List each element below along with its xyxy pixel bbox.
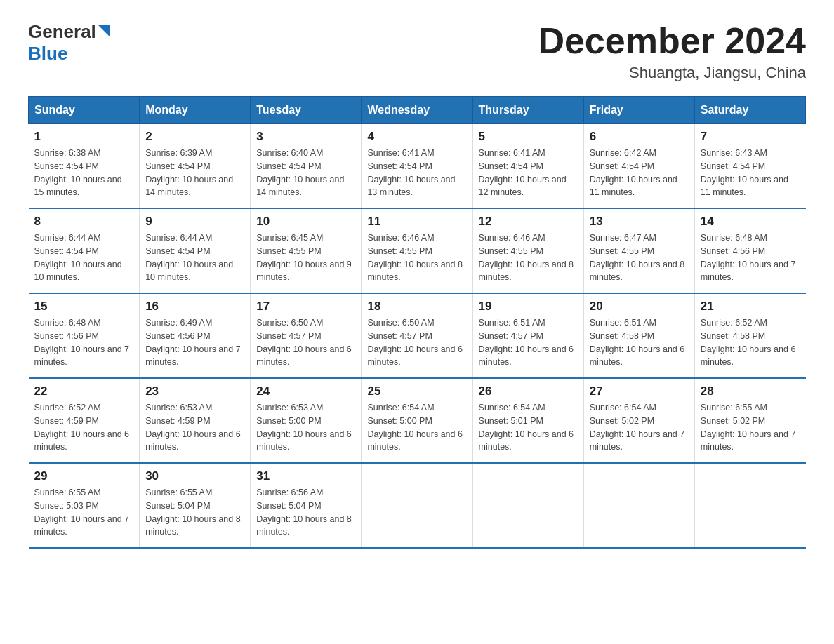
location-subtitle: Shuangta, Jiangsu, China xyxy=(538,64,806,82)
page-header: General Blue December 2024 Shuangta, Jia… xyxy=(28,21,806,82)
table-row: 25 Sunrise: 6:54 AM Sunset: 5:00 PM Dayl… xyxy=(362,378,472,463)
day-info: Sunrise: 6:47 AM Sunset: 4:55 PM Dayligh… xyxy=(590,232,689,284)
day-number: 28 xyxy=(701,384,800,398)
day-info: Sunrise: 6:46 AM Sunset: 4:55 PM Dayligh… xyxy=(367,232,466,284)
day-number: 4 xyxy=(367,130,466,144)
table-row: 3 Sunrise: 6:40 AM Sunset: 4:54 PM Dayli… xyxy=(251,124,362,209)
calendar-week-row: 22 Sunrise: 6:52 AM Sunset: 4:59 PM Dayl… xyxy=(29,378,806,463)
day-info: Sunrise: 6:54 AM Sunset: 5:01 PM Dayligh… xyxy=(479,401,578,454)
table-row: 23 Sunrise: 6:53 AM Sunset: 4:59 PM Dayl… xyxy=(140,378,251,463)
day-number: 2 xyxy=(145,130,244,144)
day-info: Sunrise: 6:46 AM Sunset: 4:55 PM Dayligh… xyxy=(479,232,578,284)
day-info: Sunrise: 6:41 AM Sunset: 4:54 PM Dayligh… xyxy=(367,147,466,199)
table-row: 7 Sunrise: 6:43 AM Sunset: 4:54 PM Dayli… xyxy=(694,124,805,209)
table-row: 9 Sunrise: 6:44 AM Sunset: 4:54 PM Dayli… xyxy=(140,208,251,293)
svg-marker-0 xyxy=(98,25,110,37)
day-number: 13 xyxy=(590,215,689,229)
table-row: 21 Sunrise: 6:52 AM Sunset: 4:58 PM Dayl… xyxy=(694,293,805,378)
day-info: Sunrise: 6:38 AM Sunset: 4:54 PM Dayligh… xyxy=(34,147,134,199)
day-info: Sunrise: 6:40 AM Sunset: 4:54 PM Dayligh… xyxy=(256,147,355,199)
day-number: 12 xyxy=(479,215,578,229)
day-info: Sunrise: 6:55 AM Sunset: 5:02 PM Dayligh… xyxy=(701,401,800,454)
calendar-week-row: 1 Sunrise: 6:38 AM Sunset: 4:54 PM Dayli… xyxy=(29,124,806,209)
table-row: 31 Sunrise: 6:56 AM Sunset: 5:04 PM Dayl… xyxy=(251,463,362,548)
table-row xyxy=(362,463,472,548)
day-number: 9 xyxy=(145,215,244,229)
day-number: 23 xyxy=(145,384,244,398)
day-info: Sunrise: 6:41 AM Sunset: 4:54 PM Dayligh… xyxy=(479,147,578,199)
day-info: Sunrise: 6:48 AM Sunset: 4:56 PM Dayligh… xyxy=(701,232,800,284)
table-row: 6 Sunrise: 6:42 AM Sunset: 4:54 PM Dayli… xyxy=(583,124,694,209)
day-info: Sunrise: 6:50 AM Sunset: 4:57 PM Dayligh… xyxy=(367,316,466,369)
day-number: 8 xyxy=(34,215,134,229)
day-number: 22 xyxy=(34,384,134,398)
day-info: Sunrise: 6:54 AM Sunset: 5:00 PM Dayligh… xyxy=(367,401,466,454)
day-info: Sunrise: 6:53 AM Sunset: 5:00 PM Dayligh… xyxy=(256,401,355,454)
table-row: 11 Sunrise: 6:46 AM Sunset: 4:55 PM Dayl… xyxy=(362,208,472,293)
day-info: Sunrise: 6:48 AM Sunset: 4:56 PM Dayligh… xyxy=(34,316,134,369)
day-info: Sunrise: 6:53 AM Sunset: 4:59 PM Dayligh… xyxy=(145,401,244,454)
day-info: Sunrise: 6:49 AM Sunset: 4:56 PM Dayligh… xyxy=(145,316,244,369)
header-tuesday: Tuesday xyxy=(251,97,362,124)
day-info: Sunrise: 6:51 AM Sunset: 4:58 PM Dayligh… xyxy=(590,316,689,369)
day-info: Sunrise: 6:50 AM Sunset: 4:57 PM Dayligh… xyxy=(256,316,355,369)
calendar-header-row: Sunday Monday Tuesday Wednesday Thursday… xyxy=(29,97,806,124)
day-number: 25 xyxy=(367,384,466,398)
day-info: Sunrise: 6:45 AM Sunset: 4:55 PM Dayligh… xyxy=(256,232,355,284)
day-number: 27 xyxy=(590,384,689,398)
day-number: 7 xyxy=(701,130,800,144)
day-info: Sunrise: 6:43 AM Sunset: 4:54 PM Dayligh… xyxy=(701,147,800,199)
day-number: 11 xyxy=(367,215,466,229)
table-row: 15 Sunrise: 6:48 AM Sunset: 4:56 PM Dayl… xyxy=(29,293,140,378)
table-row xyxy=(694,463,805,548)
calendar-table: Sunday Monday Tuesday Wednesday Thursday… xyxy=(28,96,806,549)
logo: General Blue xyxy=(28,21,110,65)
day-info: Sunrise: 6:44 AM Sunset: 4:54 PM Dayligh… xyxy=(34,232,134,284)
day-number: 17 xyxy=(256,300,355,314)
table-row: 13 Sunrise: 6:47 AM Sunset: 4:55 PM Dayl… xyxy=(583,208,694,293)
day-info: Sunrise: 6:39 AM Sunset: 4:54 PM Dayligh… xyxy=(145,147,244,199)
day-number: 15 xyxy=(34,300,134,314)
day-number: 18 xyxy=(367,300,466,314)
day-number: 1 xyxy=(34,130,134,144)
table-row: 16 Sunrise: 6:49 AM Sunset: 4:56 PM Dayl… xyxy=(140,293,251,378)
table-row: 1 Sunrise: 6:38 AM Sunset: 4:54 PM Dayli… xyxy=(29,124,140,209)
day-number: 26 xyxy=(479,384,578,398)
table-row: 8 Sunrise: 6:44 AM Sunset: 4:54 PM Dayli… xyxy=(29,208,140,293)
day-info: Sunrise: 6:51 AM Sunset: 4:57 PM Dayligh… xyxy=(479,316,578,369)
logo-general-text: General xyxy=(28,21,96,43)
day-number: 3 xyxy=(256,130,355,144)
table-row xyxy=(583,463,694,548)
table-row: 18 Sunrise: 6:50 AM Sunset: 4:57 PM Dayl… xyxy=(362,293,472,378)
calendar-week-row: 15 Sunrise: 6:48 AM Sunset: 4:56 PM Dayl… xyxy=(29,293,806,378)
table-row: 26 Sunrise: 6:54 AM Sunset: 5:01 PM Dayl… xyxy=(472,378,583,463)
table-row: 10 Sunrise: 6:45 AM Sunset: 4:55 PM Dayl… xyxy=(251,208,362,293)
day-number: 20 xyxy=(590,300,689,314)
month-title: December 2024 xyxy=(538,21,806,61)
day-number: 30 xyxy=(145,469,244,483)
day-number: 14 xyxy=(701,215,800,229)
table-row: 30 Sunrise: 6:55 AM Sunset: 5:04 PM Dayl… xyxy=(140,463,251,548)
table-row: 29 Sunrise: 6:55 AM Sunset: 5:03 PM Dayl… xyxy=(29,463,140,548)
table-row: 24 Sunrise: 6:53 AM Sunset: 5:00 PM Dayl… xyxy=(251,378,362,463)
table-row: 27 Sunrise: 6:54 AM Sunset: 5:02 PM Dayl… xyxy=(583,378,694,463)
table-row: 12 Sunrise: 6:46 AM Sunset: 4:55 PM Dayl… xyxy=(472,208,583,293)
day-info: Sunrise: 6:52 AM Sunset: 4:59 PM Dayligh… xyxy=(34,401,134,454)
table-row: 28 Sunrise: 6:55 AM Sunset: 5:02 PM Dayl… xyxy=(694,378,805,463)
table-row: 22 Sunrise: 6:52 AM Sunset: 4:59 PM Dayl… xyxy=(29,378,140,463)
header-sunday: Sunday xyxy=(29,97,140,124)
table-row: 17 Sunrise: 6:50 AM Sunset: 4:57 PM Dayl… xyxy=(251,293,362,378)
day-info: Sunrise: 6:55 AM Sunset: 5:03 PM Dayligh… xyxy=(34,486,134,539)
header-monday: Monday xyxy=(140,97,251,124)
calendar-week-row: 8 Sunrise: 6:44 AM Sunset: 4:54 PM Dayli… xyxy=(29,208,806,293)
day-info: Sunrise: 6:56 AM Sunset: 5:04 PM Dayligh… xyxy=(256,486,355,539)
table-row: 5 Sunrise: 6:41 AM Sunset: 4:54 PM Dayli… xyxy=(472,124,583,209)
table-row: 2 Sunrise: 6:39 AM Sunset: 4:54 PM Dayli… xyxy=(140,124,251,209)
table-row: 20 Sunrise: 6:51 AM Sunset: 4:58 PM Dayl… xyxy=(583,293,694,378)
header-thursday: Thursday xyxy=(472,97,583,124)
day-number: 24 xyxy=(256,384,355,398)
day-info: Sunrise: 6:52 AM Sunset: 4:58 PM Dayligh… xyxy=(701,316,800,369)
day-number: 19 xyxy=(479,300,578,314)
day-number: 29 xyxy=(34,469,134,483)
header-wednesday: Wednesday xyxy=(362,97,472,124)
